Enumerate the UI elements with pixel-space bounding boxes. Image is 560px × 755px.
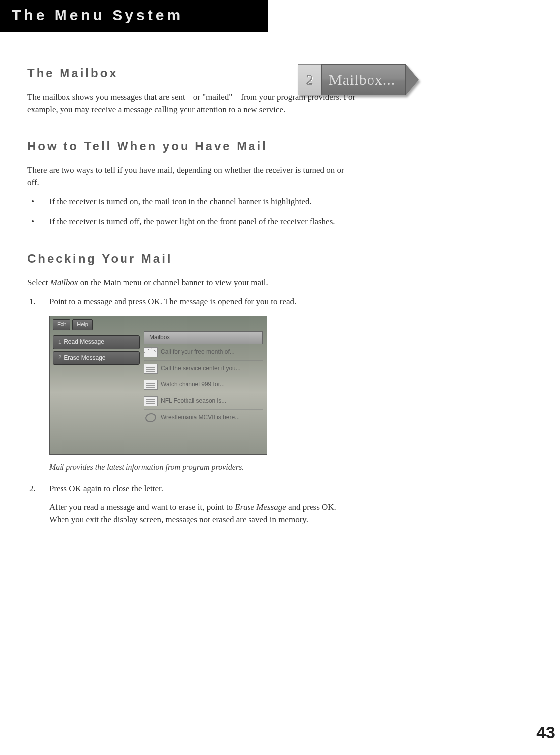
step-text: Point to a message and press OK. The mes… bbox=[49, 297, 296, 306]
step-text: Press OK again to close the letter. bbox=[49, 484, 163, 493]
figure: Exit Help 1 Read Message 2 Erase Message bbox=[49, 316, 267, 473]
document-icon bbox=[144, 380, 158, 390]
item-number: 1 bbox=[58, 338, 61, 346]
sidebar-item-erase-message[interactable]: 2 Erase Message bbox=[53, 351, 140, 365]
emphasis: Mailbox bbox=[50, 278, 78, 287]
emphasis: Erase Message bbox=[235, 503, 286, 512]
sidebar-item-read-message[interactable]: 1 Read Message bbox=[53, 335, 140, 349]
text: on the Main menu or channel banner to vi… bbox=[78, 278, 268, 287]
item-label: Read Message bbox=[64, 338, 104, 346]
item-label: Erase Message bbox=[64, 354, 105, 362]
list-item[interactable]: Wrestlemania MCVII is here... bbox=[144, 410, 263, 426]
badge-number: 2 bbox=[298, 64, 321, 95]
section-title-howtell: How to Tell When you Have Mail bbox=[27, 139, 357, 153]
row-text: Wrestlemania MCVII is here... bbox=[161, 413, 240, 422]
page-number: 43 bbox=[536, 723, 555, 742]
row-text: Watch channel 999 for... bbox=[161, 380, 225, 389]
list-item[interactable]: Watch channel 999 for... bbox=[144, 377, 263, 393]
screenshot-topbar: Exit Help bbox=[53, 319, 93, 330]
mailbox-screenshot: Exit Help 1 Read Message 2 Erase Message bbox=[49, 316, 267, 455]
screenshot-message-list: Mailbox Call for your free month of... C… bbox=[144, 331, 263, 426]
checking-intro: Select Mailbox on the Main menu or chann… bbox=[27, 277, 357, 289]
badge-label: Mailbox... bbox=[321, 64, 406, 95]
figure-caption: Mail provides the latest information fro… bbox=[49, 462, 257, 473]
bullet-item: If the receiver is turned on, the mail i… bbox=[27, 196, 357, 208]
row-text: Call the service center if you... bbox=[161, 364, 241, 373]
list-item[interactable]: Call the service center if you... bbox=[144, 361, 263, 377]
chevron-right-icon bbox=[406, 64, 419, 95]
page-content: The Mailbox The mailbox shows you messag… bbox=[0, 66, 357, 526]
chapter-header: The Menu System bbox=[0, 0, 268, 32]
screenshot-sidebar: 1 Read Message 2 Erase Message bbox=[53, 335, 140, 365]
chapter-title: The Menu System bbox=[12, 7, 256, 24]
item-number: 2 bbox=[58, 354, 61, 362]
row-text: NFL Football season is... bbox=[161, 397, 226, 405]
step-subtext: After you read a message and want to era… bbox=[49, 502, 357, 526]
howtell-intro: There are two ways to tell if you have m… bbox=[27, 164, 357, 189]
section-title-checking: Checking Your Mail bbox=[27, 252, 357, 266]
steps-list: Point to a message and press OK. The mes… bbox=[27, 296, 357, 526]
document-icon bbox=[144, 396, 158, 406]
mailbox-menu-badge: 2 Mailbox... bbox=[298, 64, 419, 95]
row-text: Call for your free month of... bbox=[161, 348, 235, 356]
envelope-icon bbox=[144, 347, 158, 357]
ring-icon bbox=[144, 413, 158, 423]
step-2: Press OK again to close the letter. Afte… bbox=[27, 483, 357, 526]
text: Select bbox=[27, 278, 50, 287]
list-header: Mailbox bbox=[144, 331, 263, 344]
exit-button[interactable]: Exit bbox=[53, 319, 70, 330]
bullet-item: If the receiver is turned off, the power… bbox=[27, 216, 357, 228]
step-1: Point to a message and press OK. The mes… bbox=[27, 296, 357, 472]
text: After you read a message and want to era… bbox=[49, 503, 235, 512]
howtell-bullets: If the receiver is turned on, the mail i… bbox=[27, 196, 357, 228]
list-item[interactable]: Call for your free month of... bbox=[144, 344, 263, 361]
help-button[interactable]: Help bbox=[72, 319, 93, 330]
list-item[interactable]: NFL Football season is... bbox=[144, 393, 263, 410]
document-icon bbox=[144, 364, 158, 374]
